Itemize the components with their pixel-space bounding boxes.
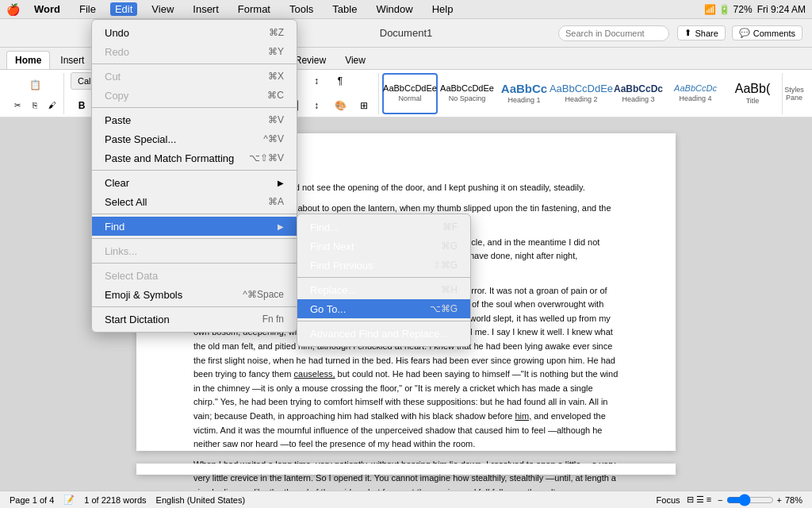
share-icon: ⬆ xyxy=(684,28,691,38)
edit-menu[interactable]: Undo ⌘Z Redo ⌘Y Cut ⌘X Copy ⌘C Paste ⌘V … xyxy=(91,19,297,333)
style-heading1[interactable]: AaBbCc Heading 1 xyxy=(496,73,552,114)
menu-edit[interactable]: Edit xyxy=(110,2,137,16)
style-title[interactable]: AaBb( Title xyxy=(725,73,779,114)
copy-shortcut: ⌘C xyxy=(267,90,284,101)
find-goto[interactable]: Go To... ⌥⌘G xyxy=(297,299,470,318)
zoom-out-button[interactable]: − xyxy=(718,495,722,505)
clear-arrow: ▶ xyxy=(278,179,284,187)
menu-cut: Cut ⌘X xyxy=(92,67,297,86)
pilcrow-button[interactable]: ¶ xyxy=(329,70,351,92)
menu-clear[interactable]: Clear ▶ xyxy=(92,173,297,192)
menu-window[interactable]: Window xyxy=(371,2,417,16)
style-heading4[interactable]: AaBbCcDc Heading 4 xyxy=(668,73,723,114)
select-all-shortcut: ⌘A xyxy=(268,196,284,207)
menu-redo: Redo ⌘Y xyxy=(92,42,297,61)
style-h1-label: Heading 1 xyxy=(508,96,540,104)
menu-bar: 🍎 Word File Edit View Insert Format Tool… xyxy=(0,0,812,19)
search-bar xyxy=(558,25,669,41)
line-spacing-button[interactable]: ↕ xyxy=(305,94,327,117)
style-h4-label: Heading 4 xyxy=(679,94,711,102)
menu-emoji[interactable]: Emoji & Symbols ^⌘Space xyxy=(92,285,297,304)
underlined-text: causeless, xyxy=(294,369,335,379)
find-previous[interactable]: Find Previous ⇧⌘G xyxy=(297,256,470,275)
paste-special-label: Paste Special... xyxy=(105,133,176,145)
menu-select-data: Select Data xyxy=(92,266,297,285)
menu-table[interactable]: Table xyxy=(327,2,362,16)
find-advanced[interactable]: Advanced Find and Replace... xyxy=(297,324,470,343)
undo-label: Undo xyxy=(105,27,129,39)
menu-app-name[interactable]: Word xyxy=(29,2,65,16)
menu-select-all[interactable]: Select All ⌘A xyxy=(92,192,297,211)
bold-button[interactable]: B xyxy=(71,94,93,117)
style-h3-label: Heading 3 xyxy=(622,95,654,103)
emoji-label: Emoji & Symbols xyxy=(105,289,182,301)
find-find[interactable]: Find... ⌘F xyxy=(297,217,470,237)
zoom-slider[interactable] xyxy=(726,494,774,506)
menu-file[interactable]: File xyxy=(75,2,101,16)
menu-insert[interactable]: Insert xyxy=(188,2,224,16)
tab-home[interactable]: Home xyxy=(6,51,50,69)
format-painter-button[interactable]: 🖌 xyxy=(44,98,60,114)
menu-dictation[interactable]: Start Dictation Fn fn xyxy=(92,310,297,329)
menu-time: Fri 9:24 AM xyxy=(757,4,806,15)
find-arrow: ▶ xyxy=(278,222,284,231)
style-no-spacing[interactable]: AaBbCcDdEe No Spacing xyxy=(439,73,495,114)
menu-undo[interactable]: Undo ⌘Z xyxy=(92,23,297,42)
find-next[interactable]: Find Next ⌘G xyxy=(297,237,470,256)
emoji-shortcut: ^⌘Space xyxy=(243,289,284,300)
find-replace[interactable]: Replace... ⌘H xyxy=(297,280,470,299)
menu-paste-special[interactable]: Paste Special... ^⌘V xyxy=(92,129,297,148)
style-h2-preview: AaBbCcDdEe xyxy=(550,83,613,94)
sub-divider-1 xyxy=(297,277,470,278)
word-count-label: 1 of 2218 words xyxy=(84,495,146,505)
clear-label: Clear xyxy=(105,177,129,189)
tab-view[interactable]: View xyxy=(336,51,374,69)
paste-button[interactable]: 📋 xyxy=(24,74,46,96)
share-button[interactable]: ⬆ Share xyxy=(677,25,725,40)
styles-gallery: AaBbCcDdEe Normal AaBbCcDdEe No Spacing … xyxy=(382,73,779,114)
shading-button[interactable]: 🎨 xyxy=(329,94,351,117)
cut-button[interactable]: ✂ xyxy=(10,98,25,114)
menu-find[interactable]: Find ▶ Find... ⌘F Find Next ⌘G Find Prev… xyxy=(92,217,297,236)
zoom-in-button[interactable]: + xyxy=(777,495,782,505)
divider-6 xyxy=(92,263,297,264)
styles-pane-button[interactable]: StylesPane xyxy=(782,73,806,114)
borders-button[interactable]: ⊞ xyxy=(353,94,375,117)
find-replace-shortcut: ⌘H xyxy=(441,284,458,295)
tab-insert[interactable]: Insert xyxy=(52,51,93,69)
find-find-label: Find... xyxy=(310,221,339,233)
menu-paste[interactable]: Paste ⌘V xyxy=(92,110,297,129)
divider-3 xyxy=(92,170,297,171)
links-label: Links... xyxy=(105,245,137,257)
style-normal[interactable]: AaBbCcDdEe Normal xyxy=(382,73,438,114)
comments-button[interactable]: 💬 Comments xyxy=(732,25,802,40)
view-icons: ⊟ ☰ ≡ xyxy=(687,495,712,505)
find-replace-label: Replace... xyxy=(310,284,357,296)
menu-paste-match[interactable]: Paste and Match Formatting ⌥⇧⌘V xyxy=(92,148,297,167)
zoom-control: − + 78% xyxy=(718,494,802,506)
style-heading3[interactable]: AaBbCcDc Heading 3 xyxy=(611,73,666,114)
language-label: English (United States) xyxy=(156,495,246,505)
style-title-preview: AaBb( xyxy=(735,83,770,95)
style-title-label: Title xyxy=(746,97,760,105)
style-heading2[interactable]: AaBbCcDdEe Heading 2 xyxy=(553,73,609,114)
menu-tools[interactable]: Tools xyxy=(285,2,318,16)
cut-label: Cut xyxy=(105,71,121,83)
apple-icon[interactable]: 🍎 xyxy=(6,3,20,16)
divider-5 xyxy=(92,238,297,239)
copy-button[interactable]: ⎘ xyxy=(27,98,43,114)
search-input[interactable] xyxy=(558,25,669,41)
menu-view[interactable]: View xyxy=(147,2,178,16)
underlined-text-2: him, xyxy=(515,411,531,421)
menu-format[interactable]: Format xyxy=(233,2,275,16)
style-no-spacing-preview: AaBbCcDdEe xyxy=(440,84,494,93)
divider-2 xyxy=(92,107,297,108)
paste-label: Paste xyxy=(105,114,131,126)
focus-button[interactable]: Focus xyxy=(657,495,680,505)
menu-help[interactable]: Help xyxy=(427,2,458,16)
sort-button[interactable]: ↕ xyxy=(305,70,327,92)
menu-bar-left: 🍎 Word File Edit View Insert Format Tool… xyxy=(6,2,458,16)
clipboard-section: 📋 ✂ ⎘ 🖌 xyxy=(6,73,64,114)
find-submenu[interactable]: Find... ⌘F Find Next ⌘G Find Previous ⇧⌘… xyxy=(297,214,471,347)
word-count: 📝 xyxy=(63,495,75,505)
